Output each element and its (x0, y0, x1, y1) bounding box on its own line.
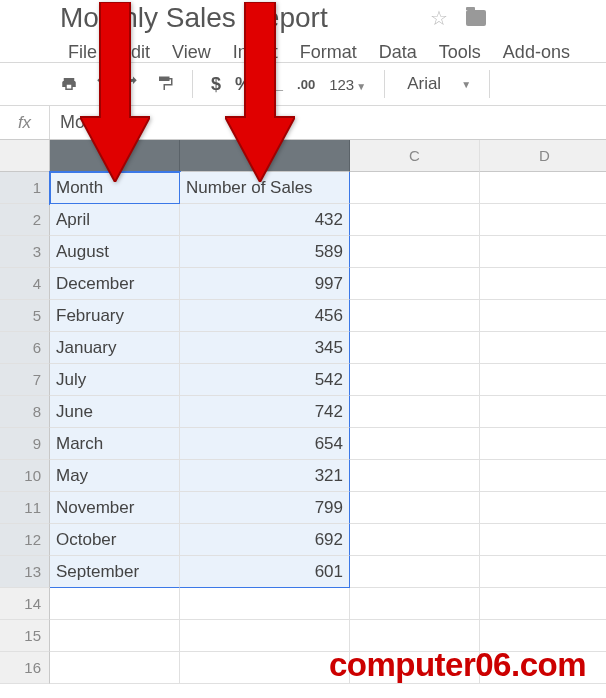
table-row: February456 (50, 300, 606, 332)
cell[interactable] (480, 364, 606, 396)
row-header[interactable]: 16 (0, 652, 50, 684)
row-header[interactable]: 13 (0, 556, 50, 588)
fx-label: fx (0, 106, 50, 139)
cell[interactable]: 601 (180, 556, 350, 588)
cell[interactable] (350, 204, 480, 236)
table-row: July542 (50, 364, 606, 396)
cell[interactable]: 456 (180, 300, 350, 332)
row-header[interactable]: 1 (0, 172, 50, 204)
folder-icon[interactable] (466, 10, 486, 26)
menu-format[interactable]: Format (292, 40, 365, 65)
cell[interactable] (480, 428, 606, 460)
row-header[interactable]: 5 (0, 300, 50, 332)
select-all-corner[interactable] (0, 140, 50, 172)
cell[interactable] (480, 524, 606, 556)
cell[interactable] (350, 396, 480, 428)
cell[interactable] (180, 588, 350, 620)
spreadsheet-grid[interactable]: 12345678910111213141516 A B C D MonthNum… (0, 140, 606, 684)
cell[interactable]: August (50, 236, 180, 268)
row-header[interactable]: 9 (0, 428, 50, 460)
col-header-D[interactable]: D (480, 140, 606, 172)
cell[interactable] (480, 396, 606, 428)
cell[interactable]: October (50, 524, 180, 556)
cell[interactable] (480, 460, 606, 492)
cell[interactable] (350, 332, 480, 364)
cell[interactable]: March (50, 428, 180, 460)
col-header-C[interactable]: C (350, 140, 480, 172)
cell[interactable] (480, 492, 606, 524)
cell[interactable] (350, 588, 480, 620)
row-header[interactable]: 14 (0, 588, 50, 620)
cell[interactable] (350, 236, 480, 268)
cell[interactable] (350, 492, 480, 524)
cell[interactable] (350, 364, 480, 396)
cell[interactable]: December (50, 268, 180, 300)
title-icons: ☆ (430, 6, 486, 30)
cell[interactable] (50, 588, 180, 620)
star-icon[interactable]: ☆ (430, 6, 448, 30)
more-formats-button[interactable]: 123▼ (329, 76, 366, 93)
cell[interactable] (480, 300, 606, 332)
cell[interactable]: September (50, 556, 180, 588)
menu-tools[interactable]: Tools (431, 40, 489, 65)
cell[interactable]: 432 (180, 204, 350, 236)
table-row: June742 (50, 396, 606, 428)
cell[interactable] (480, 588, 606, 620)
cell[interactable] (180, 652, 350, 684)
cell[interactable]: 321 (180, 460, 350, 492)
cell[interactable]: 654 (180, 428, 350, 460)
menu-addons[interactable]: Add-ons (495, 40, 578, 65)
row-header[interactable]: 10 (0, 460, 50, 492)
table-row: May321 (50, 460, 606, 492)
cell[interactable]: April (50, 204, 180, 236)
row-header[interactable]: 6 (0, 332, 50, 364)
cell[interactable]: November (50, 492, 180, 524)
increase-decimal-button[interactable]: .00 (297, 77, 315, 92)
print-icon[interactable] (60, 75, 78, 93)
cell[interactable] (480, 556, 606, 588)
cell[interactable]: 692 (180, 524, 350, 556)
cell[interactable] (480, 172, 606, 204)
paint-format-icon[interactable] (156, 75, 174, 93)
toolbar-separator (489, 70, 490, 98)
cell[interactable] (480, 332, 606, 364)
row-header[interactable]: 7 (0, 364, 50, 396)
cell[interactable] (350, 460, 480, 492)
row-header[interactable]: 3 (0, 236, 50, 268)
cell[interactable] (350, 428, 480, 460)
cell[interactable]: 997 (180, 268, 350, 300)
cell[interactable] (180, 620, 350, 652)
cell[interactable]: January (50, 332, 180, 364)
row-header[interactable]: 11 (0, 492, 50, 524)
cell[interactable] (50, 620, 180, 652)
cell[interactable] (480, 268, 606, 300)
cell[interactable] (350, 172, 480, 204)
cell[interactable]: 742 (180, 396, 350, 428)
cell[interactable]: 345 (180, 332, 350, 364)
cell[interactable] (50, 652, 180, 684)
chevron-down-icon[interactable]: ▼ (461, 79, 471, 90)
menu-data[interactable]: Data (371, 40, 425, 65)
menu-view[interactable]: View (164, 40, 219, 65)
row-header[interactable]: 8 (0, 396, 50, 428)
cell[interactable]: May (50, 460, 180, 492)
cell[interactable]: 542 (180, 364, 350, 396)
cell[interactable]: July (50, 364, 180, 396)
cell[interactable] (480, 204, 606, 236)
cell[interactable]: June (50, 396, 180, 428)
table-row: September601 (50, 556, 606, 588)
row-header[interactable]: 4 (0, 268, 50, 300)
cell[interactable] (350, 556, 480, 588)
font-selector[interactable]: Arial (403, 74, 445, 94)
row-header[interactable]: 2 (0, 204, 50, 236)
cell[interactable]: 799 (180, 492, 350, 524)
cell[interactable] (350, 524, 480, 556)
cell[interactable] (480, 236, 606, 268)
cell[interactable]: February (50, 300, 180, 332)
cell[interactable] (350, 268, 480, 300)
row-header[interactable]: 12 (0, 524, 50, 556)
currency-button[interactable]: $ (211, 74, 221, 95)
cell[interactable] (350, 300, 480, 332)
row-header[interactable]: 15 (0, 620, 50, 652)
cell[interactable]: 589 (180, 236, 350, 268)
